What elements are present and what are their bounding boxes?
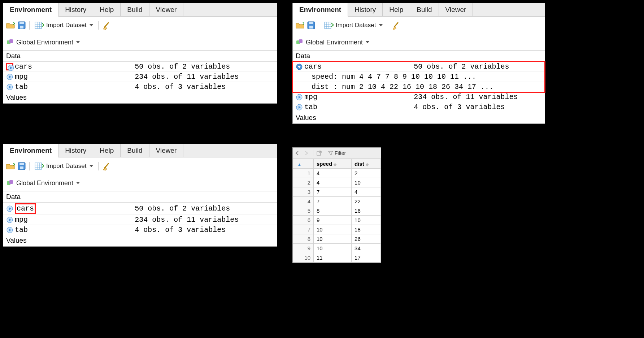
expand-icon[interactable] [6,216,13,224]
tab-help[interactable]: Help [383,3,410,16]
popout-icon[interactable] [316,150,322,156]
env-panel-name-highlight: Environment History Help Build Viewer Im… [3,144,277,247]
svg-rect-20 [325,22,331,29]
nav-forward-button[interactable] [304,151,310,156]
rownum-cell: 3 [293,187,314,197]
grid-import-icon [35,162,44,170]
data-row-cars[interactable]: cars 50 obs. of 2 variables [293,62,545,72]
data-row-cars[interactable]: cars 50 obs. of 2 variables [3,203,277,215]
table-row[interactable]: 2410 [293,178,381,187]
struct-line-dist: dist : num 2 10 4 22 16 10 18 26 34 17 .… [293,82,545,92]
tab-history[interactable]: History [348,3,383,16]
tab-viewer[interactable]: Viewer [149,144,184,157]
tab-build[interactable]: Build [121,144,149,157]
svg-rect-2 [20,26,23,29]
rownum-header[interactable]: ▲ [293,159,314,169]
filter-button[interactable]: Filter [328,150,346,156]
tab-help[interactable]: Help [93,3,121,16]
open-folder-icon[interactable] [296,22,304,29]
save-icon[interactable] [307,21,315,29]
col-header-dist[interactable]: dist◆ [352,159,381,169]
object-desc: 4 obs. of 3 variables [135,226,274,234]
table-row[interactable]: 81026 [293,234,381,244]
env-scope-row[interactable]: Global Environment [3,175,277,191]
collapse-icon[interactable] [296,63,303,70]
grid-import-icon [324,22,334,29]
broom-clear-icon[interactable] [102,162,111,170]
svg-rect-10 [9,39,13,43]
data-row-cars[interactable]: cars 50 obs. of 2 variables [3,62,277,72]
expand-icon[interactable] [296,104,303,111]
tab-build[interactable]: Build [410,3,439,16]
cell-dist: 26 [352,234,381,244]
expand-icon[interactable] [6,63,13,70]
svg-line-25 [394,22,398,27]
viewer-toolbar: Filter [293,148,381,159]
tab-history[interactable]: History [58,144,93,157]
table-row[interactable]: 142 [293,169,381,178]
table-row[interactable]: 101117 [293,253,381,263]
env-toolbar: Import Dataset [3,157,277,175]
cell-dist: 2 [352,169,381,178]
cell-dist: 16 [352,206,381,216]
tab-environment[interactable]: Environment [3,144,58,157]
import-dataset-label: Import Dataset [46,22,87,29]
toolbar-separator [98,162,99,170]
data-row-tab[interactable]: tab 4 obs. of 3 variables [3,82,277,92]
data-row-tab[interactable]: tab 4 obs. of 3 variables [293,102,545,112]
broom-clear-icon[interactable] [102,21,111,30]
expand-icon[interactable] [6,205,13,212]
tab-viewer[interactable]: Viewer [439,3,473,16]
rownum-cell: 4 [293,197,314,206]
env-list: Data cars 50 obs. of 2 variables mpg 234… [3,191,277,246]
table-row[interactable]: 5816 [293,206,381,216]
tab-environment[interactable]: Environment [3,3,58,17]
table-row[interactable]: 374 [293,187,381,197]
dropdown-caret-icon [76,182,80,184]
table-row[interactable]: 6910 [293,216,381,225]
expand-icon[interactable] [6,226,13,234]
open-folder-icon[interactable] [6,162,15,170]
import-dataset-button[interactable]: Import Dataset [33,21,95,30]
cell-dist: 10 [352,216,381,225]
nav-back-button[interactable] [295,151,301,156]
cell-dist: 34 [352,244,381,253]
tab-strip: Environment History Help Build Viewer [293,3,545,17]
cell-speed: 4 [314,169,352,178]
import-dataset-button[interactable]: Import Dataset [33,162,95,170]
rownum-cell: 2 [293,178,314,187]
table-row[interactable]: 71018 [293,225,381,234]
tab-build[interactable]: Build [121,3,149,16]
data-row-mpg[interactable]: mpg 234 obs. of 11 variables [3,215,277,225]
dropdown-caret-icon [90,24,93,26]
import-dataset-button[interactable]: Import Dataset [323,21,384,30]
object-desc: 50 obs. of 2 variables [135,62,274,71]
data-row-mpg[interactable]: mpg 234 obs. of 11 variables [3,72,277,82]
open-folder-icon[interactable] [6,22,15,29]
svg-line-42 [104,163,109,168]
expand-icon[interactable] [6,83,13,91]
save-icon[interactable] [18,162,26,170]
tab-viewer[interactable]: Viewer [149,3,184,16]
object-name: mpg [15,73,28,81]
env-scope-icon [6,179,14,187]
rownum-cell: 5 [293,206,314,216]
cell-speed: 7 [314,197,352,206]
expand-icon[interactable] [6,73,13,81]
table-row[interactable]: 91034 [293,244,381,253]
col-header-speed[interactable]: speed◆ [314,159,352,169]
cell-speed: 10 [314,225,352,234]
table-row[interactable]: 4722 [293,197,381,206]
tab-help[interactable]: Help [93,144,121,157]
env-scope-row[interactable]: Global Environment [293,34,545,51]
object-name: mpg [304,93,317,101]
env-scope-row[interactable]: Global Environment [3,34,277,51]
svg-rect-44 [9,180,13,184]
data-row-tab[interactable]: tab 4 obs. of 3 variables [3,225,277,235]
tab-environment[interactable]: Environment [293,3,348,17]
save-icon[interactable] [18,21,26,29]
data-row-mpg[interactable]: mpg 234 obs. of 11 variables [293,92,545,102]
tab-history[interactable]: History [58,3,93,16]
broom-clear-icon[interactable] [392,21,400,30]
expand-icon[interactable] [296,94,303,101]
